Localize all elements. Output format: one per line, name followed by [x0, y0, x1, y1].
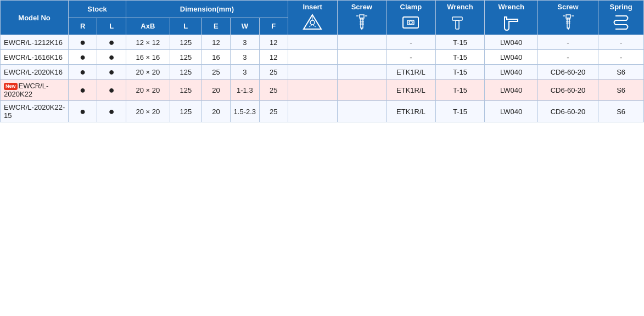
wrench2-cell: LW040 — [485, 80, 538, 101]
e-cell: 16 — [201, 50, 230, 65]
table-row: EWCR/L-1212K16●●12 × 1212512312-T-15LW04… — [1, 35, 644, 50]
l2-cell: 125 — [170, 101, 201, 122]
spring-header: Spring — [598, 1, 644, 35]
spring-cell: S6 — [598, 65, 644, 80]
l2-cell: 125 — [170, 80, 201, 101]
dot-l: ● — [109, 52, 115, 63]
table-row: EWCR/L-2020K16●●20 × 2012525325ETK1R/LT-… — [1, 65, 644, 80]
w-cell: 3 — [231, 35, 259, 50]
insert-cell — [288, 101, 337, 122]
wrench2-header: Wrench — [485, 1, 538, 35]
dot-r: ● — [80, 106, 86, 117]
screw2-cell: - — [537, 35, 598, 50]
model-no-cell: EWCR/L-2020K22-15 — [1, 101, 69, 122]
insert-cell — [288, 35, 337, 50]
axb-header: AxB — [126, 18, 170, 35]
screw1-cell — [337, 101, 387, 122]
wrench2-cell: LW040 — [485, 50, 538, 65]
clamp-header-label: Clamp — [389, 3, 433, 11]
wrench1-header: Wrench — [435, 1, 485, 35]
wrench1-icon — [449, 13, 471, 32]
e-cell: 25 — [201, 65, 230, 80]
clamp-cell: ETK1R/L — [387, 80, 436, 101]
dot-r: ● — [80, 66, 86, 77]
table-row: NewEWCR/L-2020K22●●20 × 20125201-1.325ET… — [1, 80, 644, 101]
svg-line-3 — [309, 25, 312, 27]
l-cell: ● — [97, 35, 126, 50]
wrench2-cell: LW040 — [485, 35, 538, 50]
dot-l: ● — [109, 66, 115, 77]
axb-cell: 20 × 20 — [126, 65, 170, 80]
model-no-header: Model No — [1, 1, 69, 35]
dot-r: ● — [80, 52, 86, 63]
spring-cell: - — [598, 50, 644, 65]
l-cell: ● — [97, 101, 126, 122]
l2-cell: 125 — [170, 65, 201, 80]
wrench2-cell: LW040 — [485, 65, 538, 80]
wrench2-cell: LW040 — [485, 101, 538, 122]
e-cell: 20 — [201, 101, 230, 122]
l2-header: L — [170, 18, 201, 35]
clamp-cell: - — [387, 50, 436, 65]
wrench1-header-label: Wrench — [438, 3, 483, 11]
product-table: Model No Stock Dimension(mm) Insert Scr — [0, 0, 644, 122]
table-row: EWCR/L-1616K16●●16 × 1612516312-T-15LW04… — [1, 50, 644, 65]
l2-cell: 125 — [170, 35, 201, 50]
e-cell: 12 — [201, 35, 230, 50]
dot-r: ● — [80, 37, 86, 48]
screw2-cell: - — [537, 50, 598, 65]
svg-line-4 — [312, 25, 316, 27]
screw2-cell: CD6-60-20 — [537, 65, 598, 80]
screw2-header: Screw — [537, 1, 598, 35]
insert-header-label: Insert — [290, 3, 335, 11]
l-cell: ● — [97, 65, 126, 80]
screw1-icon — [351, 13, 373, 32]
screw1-cell — [337, 80, 387, 101]
w-cell: 3 — [231, 65, 259, 80]
axb-cell: 16 × 16 — [126, 50, 170, 65]
insert-cell — [288, 50, 337, 65]
svg-rect-5 — [360, 15, 364, 18]
dot-l: ● — [109, 84, 115, 95]
axb-cell: 20 × 20 — [126, 80, 170, 101]
l-header: L — [97, 18, 126, 35]
screw2-icon — [557, 13, 579, 32]
w-cell: 1.5-2.3 — [231, 101, 259, 122]
svg-point-1 — [310, 20, 315, 25]
dot-l: ● — [109, 37, 115, 48]
svg-rect-19 — [566, 15, 570, 18]
dimension-header: Dimension(mm) — [126, 1, 288, 18]
wrench1-cell: T-15 — [435, 35, 485, 50]
l2-cell: 125 — [170, 50, 201, 65]
wrench1-cell: T-15 — [435, 101, 485, 122]
r-cell: ● — [69, 35, 97, 50]
wrench1-cell: T-15 — [435, 50, 485, 65]
wrench1-cell: T-15 — [435, 80, 485, 101]
model-no-cell: EWCR/L-2020K16 — [1, 65, 69, 80]
svg-marker-13 — [361, 28, 363, 30]
r-cell: ● — [69, 65, 97, 80]
clamp-cell: ETK1R/L — [387, 101, 436, 122]
insert-cell — [288, 65, 337, 80]
svg-rect-14 — [403, 17, 418, 28]
screw1-cell — [337, 50, 387, 65]
spring-header-label: Spring — [601, 3, 641, 11]
svg-rect-18 — [456, 20, 459, 29]
screw1-cell — [337, 35, 387, 50]
svg-rect-17 — [452, 17, 462, 20]
f-cell: 25 — [259, 101, 288, 122]
wrench2-header-label: Wrench — [487, 3, 535, 11]
dot-l: ● — [109, 106, 115, 117]
screw2-cell: CD6-60-20 — [537, 101, 598, 122]
wrench2-icon — [500, 13, 522, 32]
svg-marker-26 — [567, 28, 569, 30]
stock-header: Stock — [69, 1, 126, 18]
e-header: E — [201, 18, 230, 35]
clamp-cell: - — [387, 35, 436, 50]
l-cell: ● — [97, 80, 126, 101]
insert-icon — [301, 13, 323, 32]
new-badge: New — [4, 83, 18, 91]
insert-cell — [288, 80, 337, 101]
r-cell: ● — [69, 50, 97, 65]
r-cell: ● — [69, 101, 97, 122]
